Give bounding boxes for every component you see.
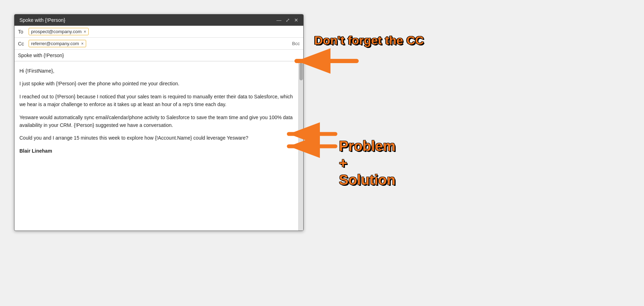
problem-line3: Solution [339,171,395,188]
to-label: To [18,29,29,35]
cc-annotation-text: Don't forget the CC [314,33,424,47]
body-signature: Blair Lineham [19,148,52,154]
minimize-button[interactable]: — [276,17,281,23]
cc-label: Cc [18,41,29,47]
problem-line2: + [339,154,395,171]
maximize-button[interactable]: ⤢ [286,17,290,23]
problem-line1: Problem [339,137,395,154]
body-paragraph3: Yesware would automatically sync email/c… [19,114,293,129]
to-recipient-chip[interactable]: prospect@company.com × [29,28,89,35]
body-area: Hi {!FirstName}, I just spoke with {!Per… [14,61,303,231]
cc-recipient-email: referrer@company.com [31,41,79,46]
problem-annotation: Problem + Solution [339,137,395,188]
subject-text: Spoke with {!Person} [18,53,64,58]
problem-arrows-svg [282,123,339,159]
cc-annotation: Don't forget the CC [314,33,424,47]
email-body[interactable]: Hi {!FirstName}, I just spoke with {!Per… [14,61,298,231]
cc-remove-button[interactable]: × [81,41,84,46]
window-title: Spoke with {!Person} [19,17,65,23]
subject-row: Spoke with {!Person} [14,50,303,61]
to-remove-button[interactable]: × [84,29,86,34]
to-row: To prospect@company.com × [14,26,303,38]
to-recipient-email: prospect@company.com [31,29,82,34]
cc-recipient-chip[interactable]: referrer@company.com × [29,40,86,47]
cc-row: Cc referrer@company.com × Bcc [14,38,303,50]
cc-arrow [290,52,360,71]
problem-arrows [282,123,339,160]
window-controls: — ⤢ ✕ [276,17,298,23]
body-greeting: Hi {!FirstName}, [19,67,293,75]
body-paragraph1: I just spoke with {!Person} over the pho… [19,80,293,87]
title-bar: Spoke with {!Person} — ⤢ ✕ [14,14,303,26]
email-compose-window: Spoke with {!Person} — ⤢ ✕ To prospect@c… [14,14,304,231]
close-button[interactable]: ✕ [294,17,298,23]
problem-annotation-text: Problem + Solution [339,137,395,188]
body-paragraph4: Could you and I arrange 15 minutes this … [19,134,293,142]
bcc-link[interactable]: Bcc [292,41,300,46]
body-paragraph2: I reached out to {!Person} because I not… [19,93,293,109]
cc-arrow-svg [290,52,360,70]
